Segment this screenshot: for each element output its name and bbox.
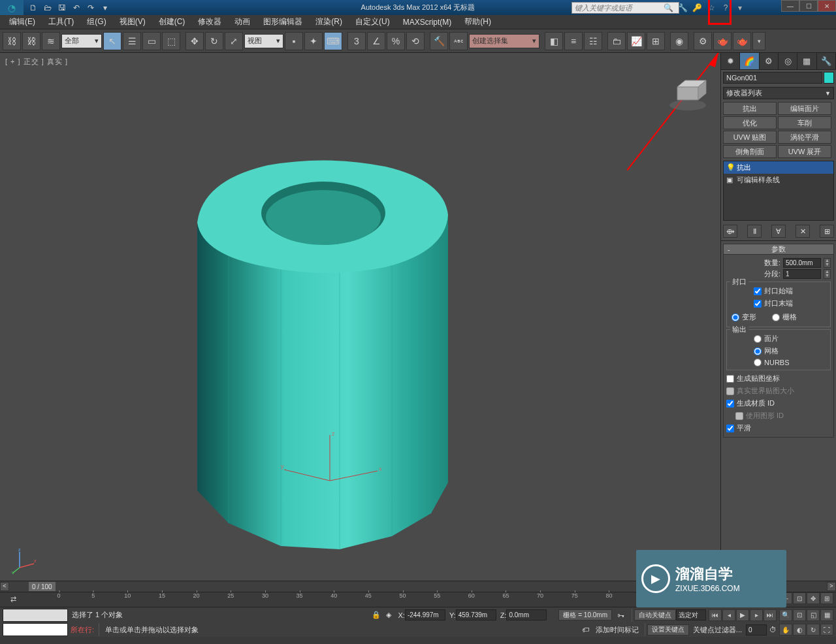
- nav3-icon[interactable]: ✥: [807, 592, 820, 604]
- mod-extrude-button[interactable]: 抗出: [723, 102, 777, 115]
- keyfilter-link[interactable]: 关键点过滤器...: [689, 625, 746, 635]
- remove-icon[interactable]: ✕: [796, 225, 810, 238]
- render-setup-icon[interactable]: ⚙: [694, 32, 712, 50]
- viewcube[interactable]: [667, 72, 709, 114]
- x-input[interactable]: -244.997m: [405, 609, 445, 620]
- amount-spinner[interactable]: ▲▼: [824, 258, 831, 268]
- curve-editor-icon[interactable]: 📈: [627, 32, 645, 50]
- frame-input[interactable]: 0: [746, 624, 767, 636]
- object-name-input[interactable]: [723, 72, 822, 84]
- tab-motion[interactable]: ◎: [779, 53, 797, 69]
- key-icon[interactable]: 🔑: [691, 3, 703, 13]
- mod-chamfer-button[interactable]: 倒角剖面: [723, 145, 777, 158]
- save-icon[interactable]: 🖫: [56, 2, 68, 14]
- pivot-icon[interactable]: ▪: [285, 32, 303, 50]
- menu-custom[interactable]: 自定义(U): [349, 15, 396, 29]
- configure-icon[interactable]: ⊞: [820, 225, 834, 238]
- zoom-icon[interactable]: 🔍: [779, 609, 792, 621]
- app-icon[interactable]: ◔: [0, 0, 24, 15]
- window-sel-icon[interactable]: ⬚: [162, 32, 180, 50]
- angle-snap-icon[interactable]: ∠: [367, 32, 385, 50]
- nextframe-icon[interactable]: ▸: [750, 609, 763, 621]
- material-editor-icon[interactable]: ◉: [670, 32, 688, 50]
- menu-help[interactable]: 帮助(H): [458, 15, 498, 29]
- align-icon[interactable]: ≡: [564, 32, 583, 50]
- z-input[interactable]: 0.0mm: [506, 609, 547, 620]
- mod-lathe-button[interactable]: 车削: [778, 116, 831, 129]
- mirror-icon[interactable]: ◧: [545, 32, 563, 50]
- viewport[interactable]: [ + ] 正交 ] 真实 ]: [0, 53, 721, 581]
- rollout-header[interactable]: -参数: [723, 244, 834, 255]
- morph-radio[interactable]: [732, 314, 739, 321]
- zoomext-icon[interactable]: ◱: [807, 609, 820, 621]
- menu-tools[interactable]: 工具(T): [42, 15, 80, 29]
- menu-maxscript[interactable]: MAXScript(M): [396, 16, 458, 28]
- maximize-button[interactable]: ☐: [799, 0, 818, 12]
- object-color-swatch[interactable]: [824, 72, 834, 84]
- selcenter-icon[interactable]: ◈: [383, 611, 394, 619]
- walk-icon[interactable]: ◐: [793, 624, 806, 636]
- bind-icon[interactable]: ≋: [42, 32, 60, 50]
- scale-icon[interactable]: ⤢: [225, 32, 243, 50]
- mod-turbosmooth-button[interactable]: 涡轮平滑: [778, 131, 831, 144]
- abc-icon[interactable]: ᴀʙᴄ: [449, 32, 468, 50]
- render-dropdown-icon[interactable]: ▾: [752, 32, 765, 50]
- schematic-icon[interactable]: ⊞: [647, 32, 665, 50]
- teapot-render-icon[interactable]: 🫖: [713, 32, 732, 50]
- y-input[interactable]: 459.739m: [456, 609, 496, 620]
- tab-create[interactable]: ✹: [721, 53, 740, 69]
- star-icon[interactable]: ☆: [705, 3, 717, 13]
- zoomall-icon[interactable]: ⊡: [793, 609, 806, 621]
- zoomextall-icon[interactable]: ▦: [820, 609, 833, 621]
- mod-optimize-button[interactable]: 优化: [723, 116, 777, 129]
- pan-icon[interactable]: ✋: [779, 624, 792, 636]
- menu-create[interactable]: 创建(C): [152, 15, 192, 29]
- addtime-button[interactable]: 添加时间标记: [592, 625, 643, 635]
- genmap-checkbox[interactable]: [726, 375, 734, 383]
- menu-edit[interactable]: 编辑(E): [3, 15, 42, 29]
- menu-graph[interactable]: 图形编辑器: [257, 15, 309, 29]
- rotate-icon[interactable]: ↻: [205, 32, 223, 50]
- rect-sel-icon[interactable]: ▭: [142, 32, 161, 50]
- grid-radio[interactable]: [772, 314, 780, 321]
- play-icon[interactable]: ▶: [736, 609, 749, 621]
- menu-anim[interactable]: 动画: [228, 15, 257, 29]
- timeconfig-icon[interactable]: ⇄: [0, 592, 26, 605]
- coord-combo[interactable]: 视图▾: [244, 34, 283, 48]
- realworld-checkbox[interactable]: [726, 387, 734, 395]
- time-next[interactable]: >: [827, 582, 836, 591]
- key-icon2[interactable]: 🗝: [612, 611, 630, 619]
- segs-input[interactable]: [783, 269, 821, 279]
- menu-group[interactable]: 组(G): [80, 15, 112, 29]
- orbit-icon[interactable]: ↻: [807, 624, 820, 636]
- menu-modifiers[interactable]: 修改器: [191, 15, 228, 29]
- pin-icon[interactable]: ⟴: [723, 225, 737, 238]
- unique-icon[interactable]: ∀: [771, 225, 786, 238]
- undo-icon[interactable]: ↶: [71, 2, 82, 14]
- manip-icon[interactable]: ✦: [304, 32, 323, 50]
- smooth-checkbox[interactable]: [726, 425, 734, 432]
- mod-uvwunwrap-button[interactable]: UVW 展开: [778, 145, 831, 158]
- kbd-icon[interactable]: ⌨: [324, 32, 342, 50]
- time-slider[interactable]: 0 / 100: [29, 582, 56, 591]
- nav2-icon[interactable]: ⊡: [793, 592, 806, 604]
- amount-input[interactable]: [783, 258, 821, 268]
- stack-extrude[interactable]: 💡抗出: [724, 161, 833, 174]
- lock-icon[interactable]: 🔒: [369, 611, 383, 619]
- selset-combo[interactable]: 创建选择集▾: [469, 34, 539, 48]
- gotostart-icon[interactable]: ⏮: [709, 609, 722, 621]
- genmat-checkbox[interactable]: [726, 400, 734, 408]
- autokey-button[interactable]: 自动关键点: [634, 609, 676, 620]
- mod-uvwmap-button[interactable]: UVW 贴图: [723, 131, 777, 144]
- patch-radio[interactable]: [754, 335, 762, 343]
- menu-render[interactable]: 渲染(R): [309, 15, 349, 29]
- percent-snap-icon[interactable]: %: [387, 32, 405, 50]
- link-icon[interactable]: ⛓: [3, 32, 21, 50]
- minimize-button[interactable]: —: [781, 0, 799, 12]
- redo-icon[interactable]: ↷: [85, 2, 97, 14]
- mod-editpatch-button[interactable]: 编辑面片: [778, 102, 831, 115]
- help-icon[interactable]: ?: [720, 3, 732, 13]
- tab-utilities[interactable]: 🔧: [817, 53, 836, 69]
- time-prev[interactable]: <: [0, 582, 9, 591]
- isolate-icon[interactable]: 🗀: [607, 32, 626, 50]
